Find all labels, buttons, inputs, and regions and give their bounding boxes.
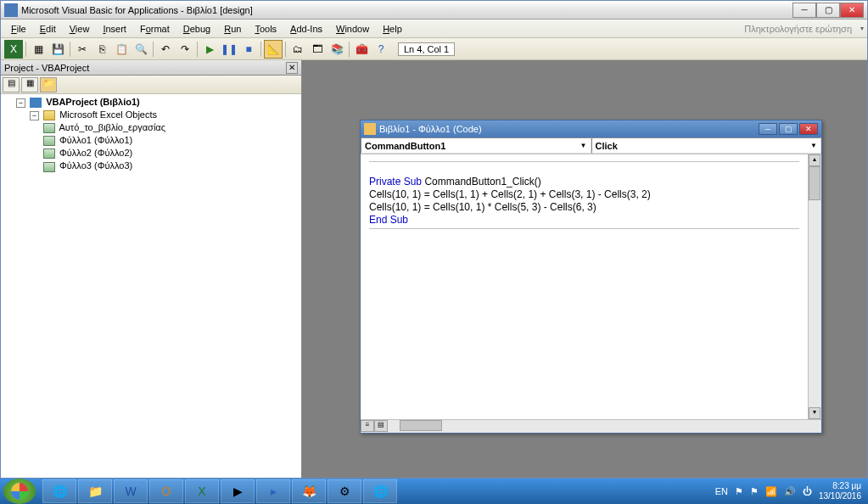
- language-indicator[interactable]: EN: [715, 486, 728, 496]
- tree-item-sheet3[interactable]: Φύλλο3 (Φύλλο3): [3, 160, 300, 172]
- code-minimize-button[interactable]: ─: [759, 123, 777, 135]
- tree-item-label: Φύλλο1 (Φύλλο1): [59, 135, 132, 145]
- toolbox-icon[interactable]: 🧰: [352, 40, 371, 59]
- find-icon[interactable]: 🔍: [132, 40, 150, 59]
- object-dropdown-value: CommandButton1: [365, 141, 445, 151]
- code-window-titlebar[interactable]: Βιβλίο1 - Φύλλο1 (Code) ─ ▢ ✕: [361, 120, 821, 137]
- reset-icon[interactable]: ■: [239, 40, 258, 59]
- explorer-icon[interactable]: 📁: [78, 479, 112, 503]
- clock[interactable]: 8:23 μμ 13/10/2016: [819, 481, 861, 501]
- break-icon[interactable]: ❚❚: [220, 40, 238, 59]
- workbook-icon: [43, 123, 55, 133]
- code-maximize-button[interactable]: ▢: [779, 123, 798, 135]
- procedure-dropdown-value: Click: [596, 141, 618, 151]
- procedure-dropdown[interactable]: Click ▼: [591, 137, 822, 154]
- sheet-icon: [43, 162, 55, 172]
- project-panel-close-button[interactable]: ✕: [286, 62, 298, 74]
- menu-file[interactable]: File: [4, 22, 33, 36]
- sheet-icon: [43, 148, 55, 159]
- tree-toggle-icon[interactable]: −: [30, 111, 39, 120]
- scroll-up-icon[interactable]: ▴: [809, 154, 820, 166]
- chrome-icon[interactable]: 🌐: [42, 479, 76, 503]
- properties-icon[interactable]: 🗔: [308, 40, 327, 59]
- help-search[interactable]: Πληκτρολογήστε ερώτηση: [744, 24, 859, 34]
- menu-run[interactable]: Run: [217, 22, 248, 36]
- folder-icon: [43, 110, 55, 120]
- settings-icon[interactable]: ⚙: [328, 479, 361, 503]
- toolbar: X ▦ 💾 ✂ ⎘ 📋 🔍 ↶ ↷ ▶ ❚❚ ■ 📐 🗂 🗔 📚 🧰 ? Ln …: [1, 38, 867, 60]
- tree-root-label: VBAProject (Βιβλίο1): [46, 97, 140, 107]
- save-icon[interactable]: 💾: [48, 40, 67, 59]
- object-dropdown[interactable]: CommandButton1 ▼: [361, 137, 591, 154]
- object-browser-icon[interactable]: 📚: [328, 40, 346, 59]
- volume-icon[interactable]: 🔊: [784, 486, 796, 497]
- firefox-icon[interactable]: 🦊: [292, 479, 326, 503]
- design-mode-icon[interactable]: 📐: [264, 40, 283, 59]
- menu-addins[interactable]: Add-Ins: [283, 22, 329, 36]
- tree-item-workbook[interactable]: Αυτό_το_βιβλίο_εργασίας: [3, 121, 300, 134]
- redo-icon[interactable]: ↷: [176, 40, 194, 59]
- project-panel-title: Project - VBAProject ✕: [1, 60, 301, 76]
- view-excel-icon[interactable]: X: [4, 40, 23, 59]
- help-icon[interactable]: ?: [372, 40, 390, 59]
- menu-insert[interactable]: Insert: [96, 22, 133, 36]
- menu-help[interactable]: Help: [376, 22, 409, 36]
- maximize-button[interactable]: ▢: [816, 3, 840, 18]
- taskbar: 🌐 📁 W O X ▶ ▸ 🦊 ⚙ 🌐 EN ⚑ ⚑ 📶 🔊 ⏻ 8:23 μμ…: [0, 479, 868, 504]
- code-window-icon: [364, 123, 376, 135]
- cut-icon[interactable]: ✂: [73, 40, 92, 59]
- scroll-thumb[interactable]: [400, 420, 442, 431]
- tree-folder-label: Microsoft Excel Objects: [59, 109, 157, 120]
- menu-window[interactable]: Window: [329, 22, 376, 36]
- start-button[interactable]: [3, 479, 36, 504]
- undo-icon[interactable]: ↶: [156, 40, 175, 59]
- flag-icon[interactable]: ⚑: [735, 486, 743, 497]
- insert-module-icon[interactable]: ▦: [29, 40, 48, 59]
- menu-edit[interactable]: Edit: [33, 22, 63, 36]
- clock-date: 13/10/2016: [819, 491, 861, 501]
- paste-icon[interactable]: 📋: [112, 40, 131, 59]
- close-button[interactable]: ✕: [840, 3, 864, 18]
- horizontal-scrollbar[interactable]: ≡ ▤: [361, 419, 821, 433]
- view-code-button[interactable]: ▤: [3, 77, 20, 92]
- view-object-button[interactable]: ▦: [21, 77, 38, 92]
- toggle-folders-button[interactable]: 📁: [40, 77, 57, 92]
- project-panel-title-label: Project - VBAProject: [4, 63, 89, 73]
- code-editor[interactable]: Private Sub CommandButton1_Click() Cells…: [361, 154, 808, 419]
- vertical-scrollbar[interactable]: ▴ ▾: [808, 154, 821, 419]
- outlook-icon[interactable]: O: [149, 479, 183, 503]
- scroll-thumb[interactable]: [809, 166, 820, 200]
- power-icon[interactable]: ⏻: [803, 486, 812, 496]
- tree-root[interactable]: − VBAProject (Βιβλίο1): [3, 96, 300, 109]
- project-explorer-icon[interactable]: 🗂: [288, 40, 307, 59]
- full-module-view-button[interactable]: ▤: [374, 420, 388, 432]
- word-icon[interactable]: W: [114, 479, 148, 503]
- menu-tools[interactable]: Tools: [248, 22, 283, 36]
- scroll-down-icon[interactable]: ▾: [809, 407, 820, 419]
- title-bar: Microsoft Visual Basic for Applications …: [1, 1, 867, 20]
- menu-view[interactable]: View: [63, 22, 97, 36]
- powershell-icon[interactable]: ▸: [256, 479, 290, 503]
- run-icon[interactable]: ▶: [200, 40, 219, 59]
- excel-icon[interactable]: X: [185, 479, 219, 503]
- project-tree[interactable]: − VBAProject (Βιβλίο1) − Microsoft Excel…: [1, 94, 301, 478]
- action-center-icon[interactable]: ⚑: [750, 486, 759, 497]
- taskbar-apps: 🌐 📁 W O X ▶ ▸ 🦊 ⚙ 🌐: [42, 479, 397, 503]
- help-dropdown-icon[interactable]: ▾: [860, 25, 864, 32]
- tree-toggle-icon[interactable]: −: [16, 98, 25, 108]
- procedure-view-button[interactable]: ≡: [361, 420, 374, 432]
- minimize-button[interactable]: ─: [792, 3, 816, 18]
- chrome-running-icon[interactable]: 🌐: [363, 479, 397, 503]
- tree-item-sheet1[interactable]: Φύλλο1 (Φύλλο1): [3, 134, 300, 147]
- code-close-button[interactable]: ✕: [799, 123, 818, 135]
- vba-app-icon: [4, 3, 18, 17]
- tree-folder[interactable]: − Microsoft Excel Objects: [3, 109, 300, 121]
- code-dropdowns: CommandButton1 ▼ Click ▼: [361, 137, 821, 154]
- menu-format[interactable]: Format: [133, 22, 176, 36]
- copy-icon[interactable]: ⎘: [92, 40, 111, 59]
- media-player-icon[interactable]: ▶: [221, 479, 255, 503]
- network-icon[interactable]: 📶: [765, 486, 777, 497]
- tree-item-sheet2[interactable]: Φύλλο2 (Φύλλο2): [3, 147, 300, 160]
- menu-debug[interactable]: Debug: [176, 22, 217, 36]
- menu-bar: File Edit View Insert Format Debug Run T…: [1, 20, 867, 38]
